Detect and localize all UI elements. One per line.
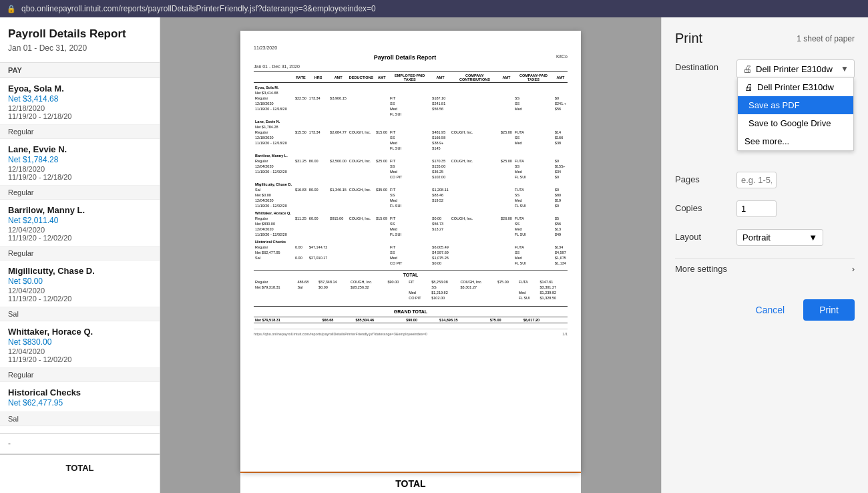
col-rate: RATE [294,72,308,83]
pages-input[interactable] [736,172,777,188]
employee-name-migillicutty: Migillicutty, Chase D. [8,266,152,276]
page-preview: 11/23/2020 Payroll Details Report KitCo … [240,31,581,472]
destination-dropdown[interactable]: 🖨 Dell Printer E310dw ▼ 🖨 Dell Printer E… [736,59,855,78]
more-settings-row[interactable]: More settings › [675,258,855,279]
print-buttons: Cancel Print [675,299,855,321]
table-row: Migillicutty, Chase D. [254,180,568,187]
table-row: CO PIT $0.00 FL SUI $1,134 [254,261,568,266]
pdf-option-label: Save as PDF [748,100,800,110]
cancel-button[interactable]: Cancel [745,299,796,321]
preview-date-range: Jan 01 - Dec 31, 2020 [254,64,568,69]
copies-row: Copies [675,200,855,217]
pages-label: Pages [675,172,728,184]
copies-input[interactable] [736,200,777,217]
print-button[interactable]: Print [803,299,855,321]
sidebar-header: Payroll Details Report Jan 01 - Dec 31, … [0,17,160,62]
employee-date-range-migillicutty: 11/19/20 - 12/02/20 [8,295,152,303]
col-ded-amt: AMT [375,72,389,83]
copies-control [736,200,855,217]
main-content: Payroll Details Report Jan 01 - Dec 31, … [0,17,868,493]
employee-net-lane: Net $1,784.28 [8,155,152,164]
preview-grand-total-table: Net $79,518.31 $66.68 $85,504.46 $90.00 … [254,317,568,323]
table-row: Regular $31.25 80.00 $2,500.00 COUGH, In… [254,158,568,164]
pages-row: Pages [675,172,855,188]
more-settings-chevron-icon: › [852,264,855,274]
destination-control: 🖨 Dell Printer E310dw ▼ 🖨 Dell Printer E… [736,59,855,78]
employee-net-migillicutty: Net $0.00 [8,277,152,286]
layout-row: Layout Portrait ▼ [675,229,855,246]
browser-url: qbo.onlinepayroll.intuit.com/reports/pay… [21,4,376,13]
table-row: 12/18/2020 SS $166.58 SS $166 [254,135,568,140]
print-panel: Print 1 sheet of paper Destination 🖨 Del… [661,17,868,493]
table-row: Net $79,318.31 Sal $0.00 $28,256.32 SS $… [254,285,568,290]
employee-date-range-whittaker: 11/19/20 - 12/02/20 [8,355,152,363]
employee-date-whittaker: 12/04/2020 [8,347,152,355]
col-comp-amt: AMT [499,72,513,83]
browser-bar: 🔒 qbo.onlinepayroll.intuit.com/reports/p… [0,0,868,17]
preview-title: Payroll Details Report [374,54,437,61]
table-row: Regular $15.50 173.34 $2,684.77 COUGH, I… [254,130,568,135]
layout-control: Portrait ▼ [736,229,855,246]
destination-option-drive[interactable]: Save to Google Drive [738,114,853,132]
more-settings-label: More settings [675,264,727,274]
table-row: Eyoa, Sola M. [254,83,568,91]
table-row: Net $1,784.28 [254,124,568,130]
table-row: CO PIT $102.00 FL SUI $0 [254,174,568,180]
destination-option-printer[interactable]: 🖨 Dell Printer E310dw [738,78,853,96]
preview-date-top: 11/23/2020 [254,45,568,50]
preview-total-label: TOTAL [254,270,568,277]
employee-date-lane: 12/18/2020 [8,165,152,173]
table-row: Sal $16.83 80.00 $1,346.15 COUGH, Inc. $… [254,187,568,192]
col-deductions: DEDUCTIONS [348,72,375,83]
sidebar-col-header: PAY [0,62,160,78]
table-row: Regular 486.68 $57,348.14 COUGH, Inc. $9… [254,279,568,285]
preview-table: RATE HRS AMT DEDUCTIONS AMT EMPLOYEE-PAI… [254,71,568,266]
destination-option-more[interactable]: See more... [738,132,853,150]
destination-row: Destination 🖨 Dell Printer E310dw ▼ 🖨 De… [675,59,855,78]
pay-type-migillicutty: Sal [0,307,160,321]
table-row: Regular 0.00 $47,144.72 FIT $6,005.49 FU… [254,244,568,250]
table-row: Regular $11.25 60.00 $915.00 COUGH, Inc.… [254,216,568,221]
pay-type-lane: Regular [0,186,160,200]
preview-area: 11/23/2020 Payroll Details Report KitCo … [160,17,661,493]
employee-net-eyoa: Net $3,414.68 [8,94,152,104]
table-row: 12/04/2020 SS $155.00 SS $155+ [254,164,568,169]
col-pay [254,72,294,83]
table-row: 11/19/20 - 12/18/20 Med $38.9+ Med $38 [254,140,568,146]
pages-control [736,172,855,188]
table-row: 11/19/20 - 12/02/20 Med $36.25 Med $34 [254,169,568,174]
layout-arrow-icon: ▼ [809,232,817,242]
pay-type-eyoa: Regular [0,125,160,139]
col-tax-amt: AMT [554,72,568,83]
table-row: Sal 0.00 $27,010.17 Med $1,075.26 Med $1… [254,255,568,261]
employee-net-barrilow: Net $2,011.40 [8,216,152,225]
table-row: Whittaker, Horace Q. [254,208,568,216]
table-row: Net $3,414.68 [254,90,568,96]
destination-menu: 🖨 Dell Printer E310dw Save as PDF Save t… [737,77,854,151]
bottom-total-bar: TOTAL [240,472,581,493]
preview-footer: https://qbo.onlinepayroll.intuit.com/rep… [254,329,568,336]
more-option-label: See more... [744,136,789,146]
destination-value: Dell Printer E310dw [756,64,833,74]
employee-date-eyoa: 12/18/2020 [8,104,152,112]
employee-historical: Historical Checks Net $62,477.95 [0,382,160,412]
employee-migillicutty: Migillicutty, Chase D. Net $0.00 12/04/2… [0,261,160,307]
table-row: Lane, Evvie N. [254,117,568,124]
preview-grand-total-label: GRAND TOTAL [254,306,568,314]
employee-lane: Lane, Evvie N. Net $1,784.28 12/18/2020 … [0,139,160,186]
printer-option-icon: 🖨 [744,82,753,92]
printer-icon: 🖨 [742,63,752,74]
employee-name-barrilow: Barrilow, Manny L. [8,205,152,215]
employee-eyoa: Eyoa, Sola M. Net $3,414.68 12/18/2020 1… [0,78,160,125]
table-row: Net $79,518.31 $66.68 $85,504.46 $90.00 … [254,317,568,323]
sidebar-total: TOTAL [0,454,160,481]
table-row: 12/04/2020 Med $13.27 Med $13 [254,226,568,232]
destination-selected: 🖨 Dell Printer E310dw ▼ [737,60,854,77]
layout-dropdown[interactable]: Portrait ▼ [736,229,823,246]
print-header: Print 1 sheet of paper [675,31,855,46]
print-sheet-info: 1 sheet of paper [797,34,855,43]
table-row: Med $1,219.82 Med $1,239.82 [254,290,568,295]
col-emp-amt: AMT [431,72,449,83]
destination-option-pdf[interactable]: Save as PDF [738,96,853,114]
col-hrs: HRS [308,72,329,83]
